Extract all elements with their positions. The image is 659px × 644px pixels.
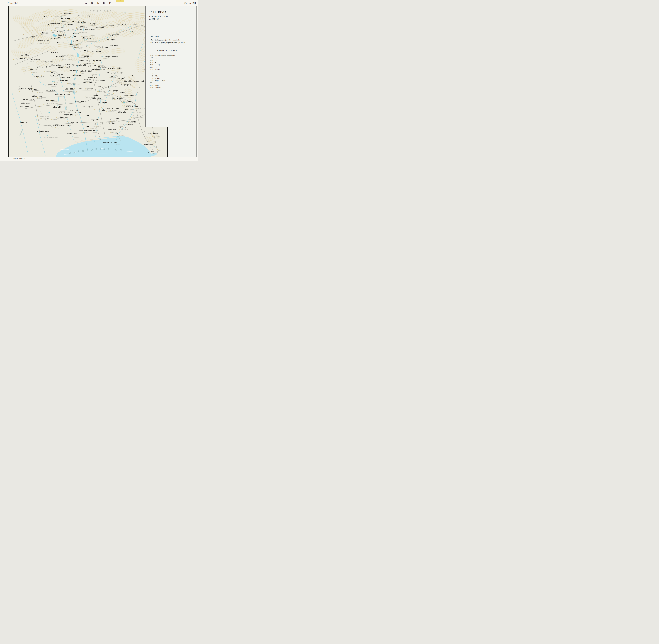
note-label: Note bbox=[155, 36, 159, 38]
apparato-item: 46a ría bbox=[145, 59, 197, 62]
place-label: Sedrano bbox=[37, 92, 43, 93]
map-label: 66a grį́spe bbox=[98, 66, 107, 68]
apparato-item-number: 206 bbox=[145, 68, 153, 71]
place-label: San Martino del Carso bbox=[131, 117, 143, 118]
map-label: rúga / gríspa / grispát 202a bbox=[48, 125, 71, 126]
place-label: FARRA D'ISONZO bbox=[131, 112, 143, 113]
map-label: gríśpa Ⓟ 138 bbox=[127, 106, 138, 107]
place-label: BUDOIA bbox=[32, 91, 38, 93]
atlas-page: Tav. 350 A S L E F Carta 291 bbox=[0, 0, 198, 161]
place-label: FORNI AVOLTRI bbox=[51, 16, 63, 17]
map-label: gríspa 73a bbox=[35, 75, 44, 77]
apparato-item-number: 70 bbox=[145, 79, 153, 82]
apparato-item: ○ bbox=[145, 52, 197, 54]
apparato-item-number: ○ bbox=[145, 52, 153, 54]
place-label: CARLINO bbox=[90, 128, 97, 129]
place-label: 91 bbox=[37, 86, 38, 87]
note-header: ⊢ Note bbox=[151, 36, 159, 38]
legend-panel: 1221. RUGA Ride - Runzel - Guba Q. ALI 1… bbox=[145, 6, 197, 127]
place-label: 134 bbox=[122, 102, 125, 104]
map-label: 46a kríspa / gríspa ○ bbox=[101, 56, 118, 58]
svg-text:+: + bbox=[146, 135, 147, 136]
apparato-item-word: fáldiś (pl.) bbox=[155, 87, 162, 88]
place-label: San Páolo bbox=[51, 119, 57, 120]
place-label: SAN VITO AL TAGLIAMENTO bbox=[59, 111, 70, 114]
apparato-item-word: rúi̯e bbox=[155, 57, 158, 59]
map-label: gríspa 50 bbox=[79, 60, 88, 61]
place-label: Mezzomonte bbox=[19, 91, 26, 93]
place-label: RUDA bbox=[113, 120, 118, 121]
map-label: P bbox=[132, 31, 133, 32]
map-label: 146a gríspe bbox=[97, 102, 107, 104]
place-label: 8 bbox=[130, 31, 131, 32]
place-label: OVARO bbox=[61, 32, 66, 33]
place-label: A U S T R I A bbox=[90, 10, 112, 12]
place-label: TRAMONTI DI SOTTO bbox=[59, 59, 74, 60]
place-label: Basaldella bbox=[50, 86, 56, 87]
map-label: frį́če 99 bbox=[84, 79, 91, 80]
map-label: 119a gríśpa Ⓟ bbox=[124, 95, 137, 97]
svg-text:✕: ✕ bbox=[140, 121, 141, 123]
apparato-item-word: ría bbox=[155, 60, 157, 61]
apparato-item: 92b rúga bbox=[145, 82, 197, 84]
place-label: Corbolone bbox=[39, 134, 45, 136]
place-label: Orsária bbox=[113, 93, 118, 95]
map-label: 87 rúa bbox=[118, 78, 124, 79]
map-label: rúi̯a 172 bbox=[41, 118, 49, 120]
place-label: Malisana bbox=[95, 126, 101, 127]
place-label: Postoncicco bbox=[56, 96, 64, 97]
apparato-item: 31 rúi̯e bbox=[145, 57, 197, 59]
map-label: 52 gríspe bbox=[93, 60, 101, 61]
svg-text:+: + bbox=[23, 26, 24, 28]
place-label: MONTENARS bbox=[94, 61, 103, 63]
apparato-item: 212a fáldiś (pl.) bbox=[145, 87, 197, 89]
apparato-item: 9a gríšpa bbox=[145, 77, 197, 79]
map-label: rúi̯e 112a bbox=[65, 88, 74, 90]
map-label: plę́tă Ⓟ 34a bbox=[97, 46, 108, 48]
apparato-item-word: gríśpe bbox=[155, 69, 160, 70]
place-label: MARANO LAGUNARE bbox=[83, 132, 97, 133]
apparato-item-word: gríšpa bbox=[155, 77, 160, 79]
svg-text:+: + bbox=[134, 27, 135, 29]
apparato-item: 186a fálda bbox=[145, 84, 197, 87]
map-label: 40 ſiϑa Ⓟ bbox=[31, 59, 40, 61]
carta-number: Carta 291 bbox=[184, 2, 196, 4]
map-label: rūe 167a bbox=[103, 109, 111, 111]
map-label: 57a gríśpa bbox=[51, 64, 61, 66]
map-label: 60 gríspe bbox=[70, 70, 78, 71]
svg-text:+: + bbox=[135, 97, 136, 99]
map-label: gríśpa . 109 bbox=[32, 95, 42, 97]
svg-text:✕: ✕ bbox=[76, 19, 77, 20]
map-label: gríspa 174 bbox=[59, 116, 68, 118]
map-label: 45 gríśpe bbox=[92, 51, 101, 52]
map-label: 131 gríspe bbox=[112, 97, 122, 99]
map-label: gréspa ⊢ Ⓟ 221 bbox=[144, 144, 157, 146]
place-label: PAULARO bbox=[88, 24, 96, 26]
map-label: P bbox=[133, 115, 134, 116]
apparato-item-number: 19a bbox=[145, 54, 153, 57]
place-label: GRADO bbox=[114, 144, 120, 145]
apparato-item-number: 46a bbox=[145, 59, 153, 62]
map-label: rúa 54 bbox=[30, 68, 37, 70]
place-label: FORNI DI SOTTO bbox=[37, 43, 49, 44]
apparato-item-number: 105 bbox=[145, 62, 153, 64]
map-label: 5 grį́śpë bbox=[90, 23, 97, 24]
map-label: gríspa 92a bbox=[48, 84, 57, 86]
map-label: rivíǧe (pl.) Ⓟ 213 bbox=[102, 142, 117, 143]
map-label: gríśpes (pl.) 78 bbox=[50, 74, 63, 76]
svg-text:✕: ✕ bbox=[148, 139, 149, 141]
svg-text:✕: ✕ bbox=[30, 23, 32, 25]
svg-text:+: + bbox=[98, 20, 99, 22]
place-label: Mels bbox=[80, 72, 84, 74]
place-label: Timau bbox=[69, 19, 73, 20]
map-label: 38 ſíſola Ⓟ bbox=[16, 58, 25, 60]
place-label: CLAUT bbox=[29, 61, 35, 62]
apparato-item-word: [tu komę́nčeş a iŋgrinǧiníćí bbox=[155, 55, 175, 56]
map-label: rúmpfə 16 bbox=[42, 31, 51, 33]
apparato-item-number: 162a bbox=[145, 66, 153, 69]
map-label: gríspa 121a bbox=[23, 98, 33, 100]
map-label: gríśpa 22a bbox=[30, 36, 40, 37]
apparato-list: ○ 19a [tu komę́nčeş a iŋgrinǧiníćí 31 rú… bbox=[145, 52, 197, 89]
atlas-title: A S L E F bbox=[0, 2, 198, 4]
map-label: runtzl 1 bbox=[40, 16, 47, 18]
